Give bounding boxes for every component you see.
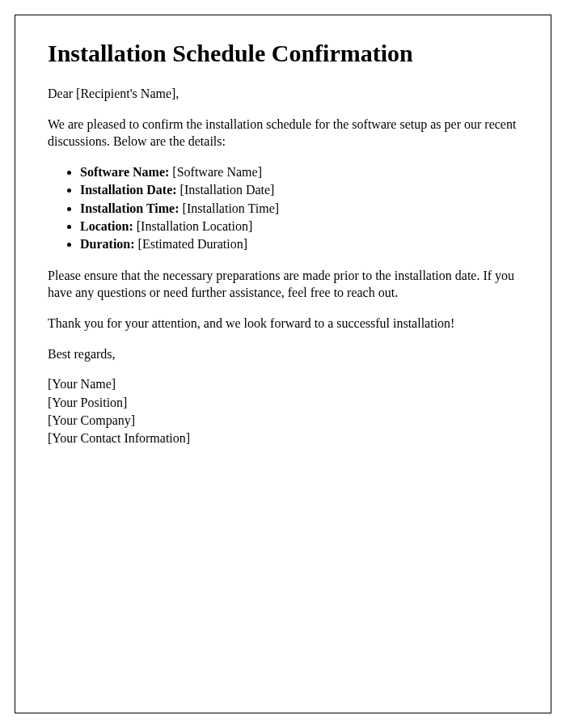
signature-position: [Your Position] (48, 394, 518, 412)
list-item: Installation Date: [Installation Date] (80, 181, 518, 199)
signature-company: [Your Company] (48, 412, 518, 430)
closing-line: Best regards, (48, 345, 518, 363)
intro-paragraph: We are pleased to confirm the installati… (48, 116, 518, 150)
detail-label: Installation Time: (80, 201, 180, 215)
list-item: Installation Time: [Installation Time] (80, 200, 518, 218)
page-title: Installation Schedule Confirmation (48, 40, 518, 67)
detail-label: Software Name: (80, 165, 169, 179)
detail-label: Duration: (80, 237, 135, 251)
greeting-line: Dear [Recipient's Name], (48, 85, 518, 103)
signature-name: [Your Name] (48, 375, 518, 393)
detail-value: [Software Name] (169, 165, 262, 179)
list-item: Duration: [Estimated Duration] (80, 235, 518, 253)
detail-value: [Estimated Duration] (135, 237, 248, 251)
detail-value: [Installation Location] (133, 219, 253, 233)
detail-label: Location: (80, 219, 133, 233)
thanks-paragraph: Thank you for your attention, and we loo… (48, 315, 518, 332)
detail-label: Installation Date: (80, 183, 177, 197)
signature-block: [Your Name] [Your Position] [Your Compan… (48, 375, 518, 448)
list-item: Location: [Installation Location] (80, 218, 518, 235)
document-page: Installation Schedule Confirmation Dear … (15, 15, 551, 713)
instructions-paragraph: Please ensure that the necessary prepara… (48, 267, 518, 302)
detail-value: [Installation Date] (177, 183, 275, 197)
signature-contact: [Your Contact Information] (48, 430, 518, 447)
detail-value: [Installation Time] (180, 201, 280, 215)
list-item: Software Name: [Software Name] (80, 163, 518, 181)
details-list: Software Name: [Software Name] Installat… (80, 163, 518, 254)
